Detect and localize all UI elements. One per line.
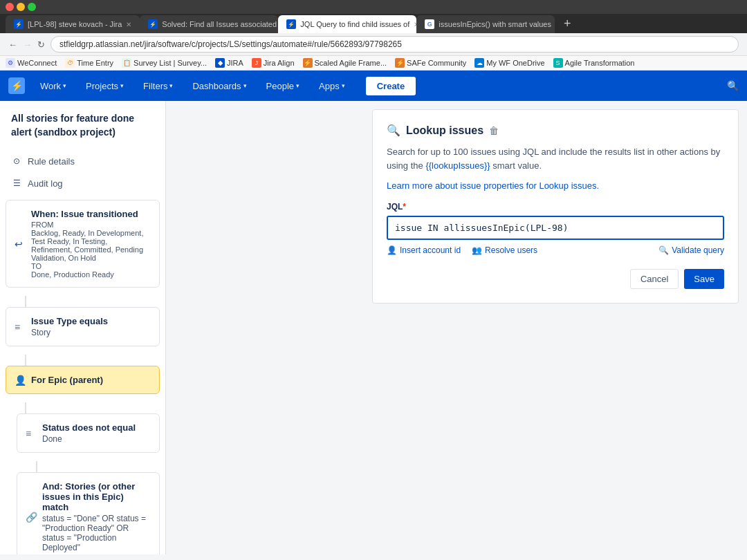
tab1-close[interactable]: ✕ [126, 21, 131, 28]
forward-btn[interactable]: → [23, 39, 32, 50]
tab2-icon [148, 19, 158, 29]
bookmark-onedrive[interactable]: ☁ My WF OneDrive [474, 58, 544, 68]
insert-account-btn[interactable]: 👤 Insert account id [387, 245, 461, 255]
jql-input[interactable] [387, 216, 724, 240]
nav-item-work[interactable]: Work ▾ [36, 78, 71, 94]
jira-logo-icon: ⚡ [8, 77, 25, 94]
validate-query-btn[interactable]: 🔍 Validate query [658, 245, 724, 255]
people-chevron: ▾ [296, 82, 299, 89]
apps-chevron: ▾ [342, 82, 345, 89]
person-icon: 👤 [387, 245, 397, 255]
sidebar-item-rule-details[interactable]: ⊙ Rule details [0, 150, 165, 172]
close-window-btn[interactable] [6, 3, 14, 11]
agile-transform-icon: S [553, 58, 563, 68]
panel-header: 🔍 Lookup issues 🗑 [387, 124, 724, 137]
work-chevron: ▾ [63, 82, 66, 89]
panel-footer: Cancel Save [387, 269, 724, 289]
jira-bookmark-icon: ◆ [215, 58, 225, 68]
bookmark-weconnect[interactable]: ⚙ WeConnect [6, 58, 57, 68]
jql-label: JQL* [387, 202, 724, 212]
panel-delete-btn[interactable]: 🗑 [489, 125, 499, 136]
field-actions: 👤 Insert account id 👥 Resolve users 🔍 Va… [387, 245, 724, 255]
users-icon: 👥 [472, 245, 482, 255]
scaled-agile-icon: ⚡ [303, 58, 313, 68]
survey-icon: 📋 [122, 58, 131, 68]
browser-tab-1[interactable]: [LPL-98] steve kovach - Jira ✕ [6, 15, 140, 33]
refresh-btn[interactable]: ↻ [37, 39, 45, 50]
jql-field: JQL* 👤 Insert account id 👥 Resolve users… [387, 202, 724, 255]
status-icon: ≡ [26, 428, 31, 439]
when-node[interactable]: ↩ When: Issue transitioned FROM Backlog,… [6, 200, 160, 288]
projects-chevron: ▾ [120, 82, 124, 89]
issue-type-icon: ≡ [15, 321, 20, 333]
address-input[interactable] [50, 36, 739, 53]
panel-search-icon: 🔍 [387, 124, 400, 137]
bookmarks-bar: ⚙ WeConnect ⏱ Time Entry 📋 Survey List |… [0, 56, 747, 71]
dashboards-chevron: ▾ [243, 82, 247, 89]
address-bar: ← → ↻ [0, 33, 747, 56]
tab3-icon [286, 19, 296, 29]
when-icon: ↩ [15, 239, 23, 250]
onedrive-icon: ☁ [474, 58, 484, 68]
bookmark-scaled-agile[interactable]: ⚡ Scaled Agile Frame... [303, 58, 387, 68]
save-button[interactable]: Save [684, 269, 724, 289]
jira-navbar: ⚡ Work ▾ Projects ▾ Filters ▾ Dashboards… [0, 71, 747, 101]
browser-tab-2[interactable]: Solved: Find all Issues associated ✕ [140, 15, 278, 33]
tab4-icon: G [425, 19, 434, 29]
tab1-icon [14, 19, 24, 29]
bookmark-jira[interactable]: ◆ JIRA [215, 58, 243, 68]
bookmark-survey[interactable]: 📋 Survey List | Survey... [122, 58, 207, 68]
jira-logo: ⚡ [8, 77, 25, 94]
browser-chrome [0, 0, 747, 14]
and-node[interactable]: 🔗 And: Stories (or other issues in this … [17, 472, 160, 554]
nav-item-people[interactable]: People ▾ [262, 78, 304, 94]
issue-type-node[interactable]: ≡ Issue Type equals Story [6, 307, 160, 346]
tab-bar: [LPL-98] steve kovach - Jira ✕ Solved: F… [0, 14, 747, 33]
connector-1 [25, 296, 26, 307]
connector-4 [36, 461, 37, 472]
nav-item-apps[interactable]: Apps ▾ [315, 78, 349, 94]
sidebar-item-audit-log[interactable]: ☰ Audit log [0, 172, 165, 194]
main-wrapper: All stories for feature done alert (sand… [0, 101, 747, 554]
left-sidebar: All stories for feature done alert (sand… [0, 101, 166, 554]
for-epic-node[interactable]: 👤 For Epic (parent) [6, 366, 160, 394]
maximize-window-btn[interactable] [28, 3, 36, 11]
cancel-button[interactable]: Cancel [630, 269, 679, 289]
page-title: All stories for feature done alert (sand… [11, 112, 154, 139]
content-area: 🔍 Lookup issues 🗑 Search for up to 100 i… [166, 101, 747, 554]
bookmark-safe-community[interactable]: ⚡ SAFe Community [395, 58, 466, 68]
back-btn[interactable]: ← [8, 39, 17, 50]
panel-title: Lookup issues [406, 124, 483, 137]
connector-2 [25, 355, 26, 366]
center-space [166, 101, 372, 554]
lookup-issues-panel: 🔍 Lookup issues 🗑 Search for up to 100 i… [372, 109, 739, 304]
nav-item-projects[interactable]: Projects ▾ [82, 78, 128, 94]
for-epic-icon: 👤 [15, 375, 26, 386]
rule-details-icon: ⊙ [11, 156, 22, 167]
audit-log-icon: ☰ [11, 178, 22, 189]
minimize-window-btn[interactable] [17, 3, 25, 11]
page-title-area: All stories for feature done alert (sand… [0, 112, 165, 150]
nav-item-dashboards[interactable]: Dashboards ▾ [188, 78, 250, 94]
time-entry-icon: ⏱ [65, 58, 75, 68]
connector-3 [25, 402, 26, 413]
and-icon: 🔗 [26, 512, 37, 523]
browser-tab-3[interactable]: JQL Query to find child issues of ✕ [278, 15, 416, 33]
bookmark-agile-transform[interactable]: S Agile Transformation [553, 58, 635, 68]
safe-community-icon: ⚡ [395, 58, 405, 68]
bookmark-time-entry[interactable]: ⏱ Time Entry [65, 58, 113, 68]
new-tab-btn[interactable]: + [557, 14, 577, 33]
weconnect-icon: ⚙ [6, 58, 15, 68]
filters-chevron: ▾ [169, 82, 173, 89]
bookmark-jira-align[interactable]: J Jira Align [252, 58, 295, 68]
rule-flow: ↩ When: Issue transitioned FROM Backlog,… [0, 194, 165, 554]
nav-item-filters[interactable]: Filters ▾ [139, 78, 177, 94]
browser-tab-4[interactable]: G issuesInEpics() with smart values ✕ [416, 15, 555, 33]
create-button[interactable]: Create [366, 77, 416, 95]
status-node[interactable]: ≡ Status does not equal Done [17, 413, 160, 453]
panel-description: Search for up to 100 issues using JQL an… [387, 145, 724, 172]
learn-more-link[interactable]: Learn more about issue properties for Lo… [387, 180, 724, 191]
search-icon[interactable]: 🔍 [727, 80, 739, 91]
resolve-users-btn[interactable]: 👥 Resolve users [472, 245, 537, 255]
search-icon-small: 🔍 [658, 245, 669, 255]
